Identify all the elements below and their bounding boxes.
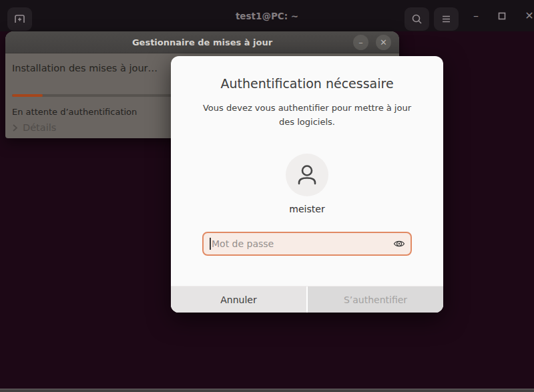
updater-minimize-button[interactable]: – xyxy=(353,35,368,50)
password-input[interactable] xyxy=(202,232,412,256)
maximize-icon xyxy=(498,12,506,20)
new-tab-icon xyxy=(14,13,25,25)
terminal-menu-button[interactable] xyxy=(434,7,459,31)
cancel-button[interactable]: Annuler xyxy=(171,286,306,313)
update-manager-title: Gestionnaire de mises à jour xyxy=(132,37,272,47)
search-icon xyxy=(411,13,423,25)
new-tab-button[interactable] xyxy=(7,7,32,31)
updater-close-button[interactable]: ✕ xyxy=(376,35,391,50)
terminal-maximize-button[interactable] xyxy=(492,0,512,31)
bottom-window-edge xyxy=(0,389,534,392)
progress-fill xyxy=(12,94,43,97)
hamburger-menu-icon xyxy=(441,15,451,23)
authentication-dialog: Authentification nécessaire Vous devez v… xyxy=(171,56,443,313)
chevron-right-icon xyxy=(12,124,18,132)
dialog-spacer xyxy=(171,256,443,286)
dialog-message: Vous devez vous authentifier pour mettre… xyxy=(200,102,414,130)
terminal-minimize-button[interactable]: – xyxy=(466,0,486,31)
terminal-header-bar: test1@PC: ~ – ✕ xyxy=(0,0,534,31)
dialog-title: Authentification nécessaire xyxy=(171,76,443,91)
username-label: meister xyxy=(171,204,443,214)
eye-icon xyxy=(393,238,405,250)
dialog-button-row: Annuler S’authentifier xyxy=(171,286,443,313)
reveal-password-button[interactable] xyxy=(392,237,406,250)
update-manager-titlebar[interactable]: Gestionnaire de mises à jour – ✕ xyxy=(5,31,399,53)
user-avatar xyxy=(286,154,328,196)
person-icon xyxy=(294,162,320,188)
terminal-search-button[interactable] xyxy=(405,7,429,31)
password-field-wrapper xyxy=(202,232,412,256)
terminal-close-button[interactable]: ✕ xyxy=(519,0,534,31)
authenticate-button[interactable]: S’authentifier xyxy=(308,286,443,313)
details-label: Détails xyxy=(23,122,56,133)
